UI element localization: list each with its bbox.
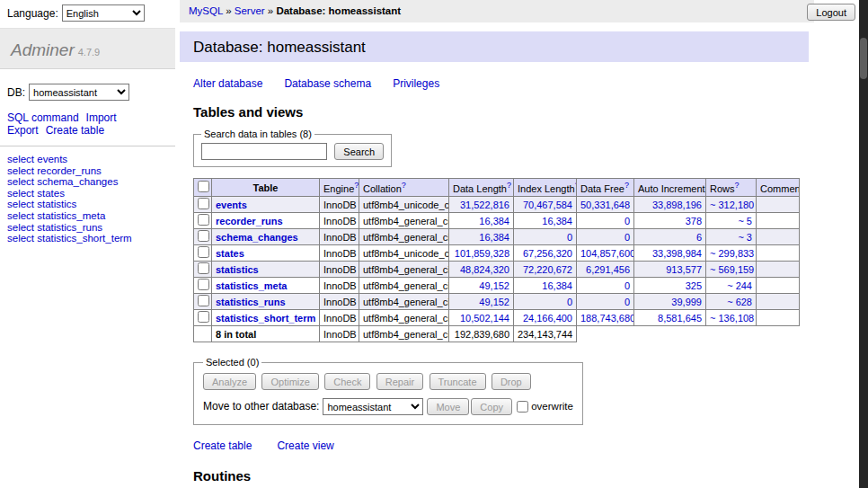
data-length-link[interactable]: 16,384 — [479, 232, 509, 243]
logout-button[interactable]: Logout — [807, 4, 855, 21]
sidebar-item-select-statistics[interactable]: select statistics — [7, 199, 175, 210]
row-checkbox[interactable] — [198, 230, 209, 242]
collation-cell: utf8mb4_general_ci — [359, 278, 449, 294]
data-length-link[interactable]: 31,522,816 — [460, 200, 509, 210]
search-button[interactable]: Search — [334, 143, 384, 160]
data-free-link[interactable]: 188,743,680 — [580, 313, 634, 324]
search-input[interactable] — [201, 143, 327, 160]
action-link-privileges[interactable]: Privileges — [393, 77, 439, 90]
auto-increment-link[interactable]: 8,581,645 — [658, 313, 702, 324]
select-all-checkbox[interactable] — [198, 181, 209, 192]
table-name-link[interactable]: statistics_meta — [216, 280, 288, 291]
sidebar-item-select-statistics-runs[interactable]: select statistics_runs — [7, 222, 175, 234]
auto-increment-link[interactable]: 378 — [686, 216, 702, 226]
auto-increment-link[interactable]: 913,577 — [666, 264, 702, 275]
index-length-link[interactable]: 16,384 — [542, 280, 572, 291]
rows-link[interactable]: ~ 3 — [738, 232, 752, 243]
row-checkbox[interactable] — [198, 214, 209, 226]
repair-button[interactable]: Repair — [376, 373, 423, 390]
data-free-link[interactable]: 6,291,456 — [586, 264, 630, 275]
data-free-link[interactable]: 0 — [624, 280, 630, 291]
row-checkbox[interactable] — [198, 246, 209, 258]
overwrite-checkbox[interactable] — [517, 401, 528, 413]
table-name-link[interactable]: statistics — [216, 264, 259, 275]
action-link-database-schema[interactable]: Database schema — [284, 77, 371, 90]
move-db-select[interactable]: homeassistant — [323, 398, 423, 415]
language-select[interactable]: English — [62, 4, 145, 22]
row-checkbox[interactable] — [198, 198, 209, 209]
auto-increment-link[interactable]: 39,999 — [671, 297, 702, 307]
sidebar-item-select-recorder-runs[interactable]: select recorder_runs — [7, 165, 175, 177]
table-name-link[interactable]: statistics_short_term — [216, 313, 315, 324]
index-length-link[interactable]: 16,384 — [542, 216, 572, 226]
data-free-link[interactable]: 0 — [624, 232, 630, 243]
data-free-link[interactable]: 50,331,648 — [580, 200, 630, 210]
data-length-link[interactable]: 49,152 — [479, 297, 509, 307]
sidebar-item-select-events[interactable]: select events — [7, 154, 175, 165]
action-link-alter-database[interactable]: Alter database — [193, 77, 262, 90]
link-create-view[interactable]: Create view — [277, 439, 333, 452]
auto-increment-link[interactable]: 33,398,984 — [652, 248, 702, 259]
rows-link[interactable]: ~ 299,833 — [710, 248, 754, 259]
index-length-link[interactable]: 0 — [567, 297, 572, 307]
row-checkbox[interactable] — [198, 295, 209, 306]
rows-link[interactable]: ~ 628 — [727, 297, 752, 307]
data-length-link[interactable]: 49,152 — [479, 280, 509, 291]
table-name-link[interactable]: recorder_runs — [216, 216, 283, 226]
sidebar-item-select-schema-changes[interactable]: select schema_changes — [7, 176, 175, 188]
index-length-link[interactable]: 24,166,400 — [523, 313, 572, 324]
data-length-link[interactable]: 16,384 — [479, 216, 509, 226]
help-link[interactable]: ? — [354, 181, 359, 190]
help-link[interactable]: ? — [507, 181, 511, 190]
data-free-link[interactable]: 104,857,600 — [580, 248, 634, 259]
db-select[interactable]: homeassistant — [29, 84, 129, 101]
data-length-link[interactable]: 101,859,328 — [455, 248, 509, 259]
drop-button[interactable]: Drop — [492, 373, 531, 390]
breadcrumb-mysql[interactable]: MySQL — [189, 5, 223, 16]
auto-increment-link[interactable]: 6 — [696, 232, 702, 243]
row-checkbox[interactable] — [198, 311, 209, 323]
rows-link[interactable]: ~ 136,108 — [710, 313, 754, 324]
copy-button[interactable]: Copy — [471, 398, 512, 415]
collation-cell: utf8mb4_general_ci — [359, 213, 449, 229]
data-free-link[interactable]: 0 — [624, 216, 630, 226]
move-button[interactable]: Move — [427, 398, 469, 415]
table-name-link[interactable]: states — [216, 248, 244, 259]
rows-link[interactable]: ~ 569,159 — [710, 264, 754, 275]
sidebar-link-sql-command[interactable]: SQL command — [7, 111, 79, 124]
sidebar-link-create-table[interactable]: Create table — [46, 124, 104, 137]
check-button[interactable]: Check — [324, 373, 370, 390]
data-length-link[interactable]: 48,824,320 — [460, 264, 509, 275]
sidebar-link-import[interactable]: Import — [86, 111, 117, 124]
data-length-link[interactable]: 10,502,144 — [460, 313, 509, 324]
index-length-link[interactable]: 67,256,320 — [523, 248, 572, 259]
breadcrumb-server[interactable]: Server — [235, 5, 265, 16]
auto-increment-link[interactable]: 33,898,196 — [652, 200, 702, 210]
table-name-link[interactable]: statistics_runs — [216, 297, 286, 307]
help-link[interactable]: ? — [624, 181, 629, 190]
help-link[interactable]: ? — [735, 181, 740, 190]
sidebar-item-select-statistics-meta[interactable]: select statistics_meta — [7, 210, 175, 222]
sidebar-item-select-states[interactable]: select states — [7, 188, 175, 200]
table-name-link[interactable]: events — [216, 200, 247, 210]
link-create-table[interactable]: Create table — [193, 439, 252, 452]
row-checkbox[interactable] — [198, 262, 209, 274]
rows-link[interactable]: ~ 5 — [738, 216, 752, 226]
rows-link[interactable]: ~ 312,180 — [710, 200, 754, 210]
sidebar-link-export[interactable]: Export — [7, 124, 39, 137]
help-link[interactable]: ? — [402, 181, 406, 190]
scrollbar-thumb[interactable] — [860, 38, 867, 79]
truncate-button[interactable]: Truncate — [430, 373, 486, 390]
table-name-link[interactable]: schema_changes — [216, 232, 298, 243]
optimize-button[interactable]: Optimize — [261, 373, 318, 390]
index-length-link[interactable]: 70,467,584 — [523, 200, 572, 210]
sidebar-item-select-statistics-short-term[interactable]: select statistics_short_term — [7, 233, 175, 244]
index-length-link[interactable]: 0 — [567, 232, 572, 243]
row-checkbox[interactable] — [198, 279, 209, 290]
analyze-button[interactable]: Analyze — [203, 373, 256, 390]
scrollbar[interactable] — [859, 0, 868, 488]
rows-link[interactable]: ~ 244 — [727, 280, 752, 291]
data-free-link[interactable]: 0 — [624, 297, 630, 307]
auto-increment-link[interactable]: 325 — [686, 280, 702, 291]
index-length-link[interactable]: 72,220,672 — [523, 264, 572, 275]
